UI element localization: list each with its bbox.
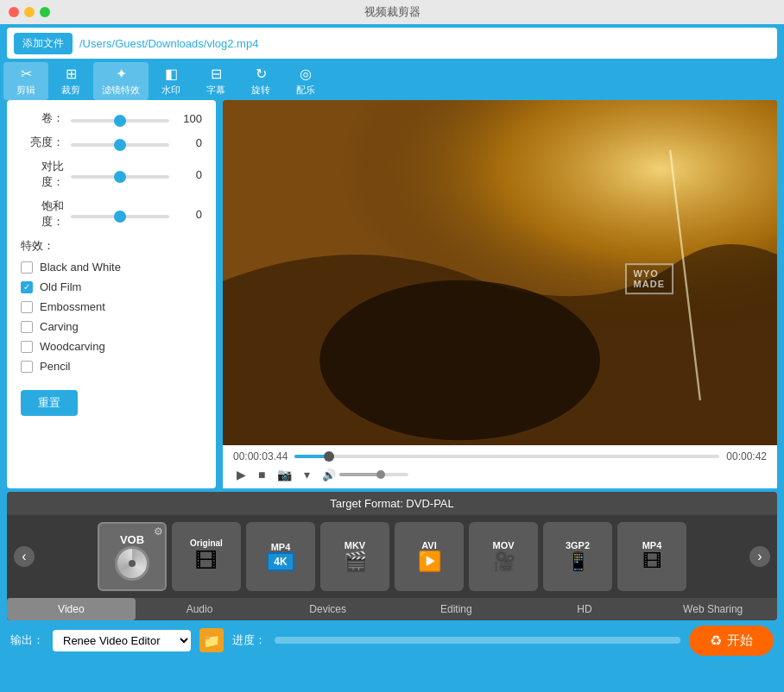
3gp2-label: 3GP2 — [566, 540, 590, 550]
time-total: 00:00:42 — [726, 450, 767, 462]
close-button[interactable] — [9, 7, 19, 17]
effect-bw-label: Black and White — [40, 261, 121, 274]
reset-button[interactable]: 重置 — [21, 390, 78, 416]
format-card-avi[interactable]: AVI ▶️ — [395, 522, 464, 591]
effect-oldfilm-checkbox[interactable] — [21, 281, 33, 293]
tab-audio[interactable]: Audio — [136, 598, 264, 620]
effect-carving-checkbox[interactable] — [21, 321, 33, 333]
volume-slider[interactable] — [71, 119, 169, 123]
effect-woodcarving: Woodcarving — [21, 340, 202, 353]
format-section: ‹ VOB ⚙ Original 🎞 MP4 4K MKV 🎬 AVI ▶️ — [7, 515, 777, 598]
saturation-row: 饱和度： 0 — [21, 198, 202, 230]
tab-editing[interactable]: Editing — [392, 598, 521, 620]
bottom-bar: 输出： Renee Video Editor 📁 进度： ♻ 开始 — [0, 620, 784, 660]
toolbar-crop[interactable]: ⊞ 裁剪 — [48, 62, 93, 100]
effect-pencil-checkbox[interactable] — [21, 361, 33, 373]
file-path: /Users/Guest/Downloads/vlog2.mp4 — [79, 37, 258, 50]
filebar: 添加文件 /Users/Guest/Downloads/vlog2.mp4 — [7, 28, 777, 59]
effect-embossment-checkbox[interactable] — [21, 301, 33, 313]
format-card-mp4-4k[interactable]: MP4 4K — [246, 522, 315, 591]
mkv-label: MKV — [345, 540, 365, 550]
folder-button[interactable]: 📁 — [199, 628, 224, 652]
format-card-3gp2[interactable]: 3GP2 📱 — [543, 522, 612, 591]
window-title: 视频裁剪器 — [364, 4, 420, 20]
dvd-icon — [115, 546, 149, 581]
3gp-icon: 📱 — [566, 550, 590, 573]
toolbar-filter[interactable]: ✦ 滤镜特效 — [93, 62, 149, 100]
format-cards: VOB ⚙ Original 🎞 MP4 4K MKV 🎬 AVI ▶️ MOV… — [38, 522, 746, 591]
effect-woodcarving-checkbox[interactable] — [21, 341, 33, 353]
tab-hd[interactable]: HD — [521, 598, 649, 620]
volume-fill — [339, 473, 381, 476]
format-prev-button[interactable]: ‹ — [14, 546, 35, 567]
menu-button[interactable]: ▾ — [300, 466, 313, 483]
maximize-button[interactable] — [40, 7, 50, 17]
toolbar-watermark[interactable]: ◧ 水印 — [149, 62, 193, 100]
snapshot-button[interactable]: 📷 — [274, 466, 295, 483]
effect-embossment-label: Embossment — [40, 300, 105, 313]
mov-label: MOV — [492, 540, 514, 550]
volume-dot — [376, 470, 385, 479]
toolbar-edit-label: 剪辑 — [16, 84, 35, 97]
mp4-label: MP4 — [642, 540, 662, 550]
timeline-dot — [324, 451, 334, 462]
crop-icon: ⊞ — [66, 66, 77, 82]
mkv-icon: 🎬 — [344, 550, 367, 573]
mp4b-icon: 🎞 — [642, 550, 661, 573]
format-card-mkv[interactable]: MKV 🎬 — [320, 522, 389, 591]
effect-oldfilm-label: Old Film — [40, 280, 81, 293]
volume-bar[interactable] — [339, 473, 408, 476]
toolbar-music-label: 配乐 — [296, 84, 315, 97]
effect-woodcarving-label: Woodcarving — [40, 340, 105, 353]
format-card-mp4[interactable]: MP4 🎞 — [617, 522, 686, 591]
tab-websharing[interactable]: Web Sharing — [648, 598, 777, 620]
format-card-vob[interactable]: VOB ⚙ — [98, 522, 167, 591]
video-area: WYO MADE — [223, 100, 777, 445]
toolbar-rotate[interactable]: ↻ 旋转 — [238, 62, 283, 100]
tab-devices[interactable]: Devices — [263, 598, 392, 620]
effect-bw: Black and White — [21, 261, 202, 274]
toolbar-watermark-label: 水印 — [161, 84, 180, 97]
watermark-icon: ◧ — [165, 66, 178, 82]
output-select[interactable]: Renee Video Editor — [53, 630, 191, 651]
toolbar-music[interactable]: ◎ 配乐 — [283, 62, 328, 100]
play-button[interactable]: ▶ — [233, 466, 250, 483]
volume-row: 卷： 100 — [21, 110, 202, 126]
film-icon: 🎞 — [195, 548, 218, 575]
toolbar-filter-label: 滤镜特效 — [102, 84, 140, 97]
format-tabs: Video Audio Devices Editing HD Web Shari… — [7, 598, 777, 620]
brightness-value: 0 — [176, 136, 202, 149]
time-current: 00:00:03.44 — [233, 450, 288, 462]
effect-carving: Carving — [21, 320, 202, 333]
effect-oldfilm: Old Film — [21, 280, 202, 293]
avi-icon: ▶️ — [418, 550, 441, 573]
format-card-mov[interactable]: MOV 🎥 — [469, 522, 538, 591]
toolbar-subtitle[interactable]: ⊟ 字幕 — [193, 62, 238, 100]
format-card-original[interactable]: Original 🎞 — [172, 522, 241, 591]
minimize-button[interactable] — [24, 7, 35, 17]
effect-bw-checkbox[interactable] — [21, 261, 33, 274]
toolbar-edit[interactable]: ✂ 剪辑 — [3, 62, 48, 100]
start-icon: ♻ — [710, 632, 722, 649]
effects-label: 特效： — [21, 238, 202, 254]
brightness-slider[interactable] — [71, 143, 169, 147]
titlebar: 视频裁剪器 — [0, 0, 784, 24]
vob-label: VOB — [120, 533, 144, 546]
toolbar-crop-label: 裁剪 — [61, 84, 80, 97]
progress-label: 进度： — [232, 632, 266, 648]
tab-video[interactable]: Video — [7, 598, 136, 620]
effect-carving-label: Carving — [40, 320, 79, 333]
start-button[interactable]: ♻ 开始 — [689, 626, 774, 656]
progress-bar-container — [275, 637, 680, 644]
contrast-label: 对比度： — [21, 159, 64, 190]
playback-row: ▶ ■ 📷 ▾ 🔊 — [233, 466, 767, 483]
avi-label: AVI — [421, 540, 437, 550]
effect-pencil: Pencil — [21, 360, 202, 373]
format-next-button[interactable]: › — [749, 546, 770, 567]
stop-button[interactable]: ■ — [255, 466, 269, 483]
saturation-slider[interactable] — [71, 215, 169, 218]
volume-value: 100 — [176, 112, 202, 125]
timeline-bar[interactable] — [294, 455, 719, 458]
add-file-button[interactable]: 添加文件 — [14, 33, 73, 54]
contrast-slider[interactable] — [71, 175, 169, 179]
